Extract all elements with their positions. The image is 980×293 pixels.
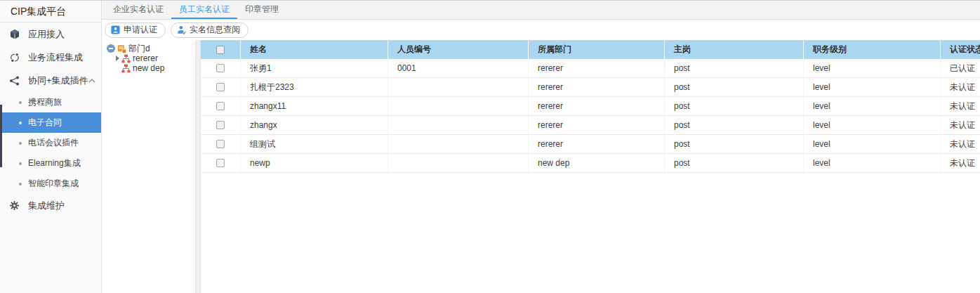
content-area: 部门d rererernew dep 姓名人员编号所属部门主岗职务级别认证状态 …	[102, 40, 980, 293]
realname-info-query-label: 实名信息查阅	[190, 24, 240, 36]
cell-level: level	[803, 78, 940, 96]
table-row[interactable]: 张勇10001rerererpostlevel已认证	[201, 59, 980, 78]
cell-post: post	[664, 59, 803, 77]
sidebar-item-6[interactable]: Elearning集成	[0, 153, 101, 174]
tree-node-1[interactable]: new dep	[116, 63, 195, 73]
gear-icon	[9, 200, 20, 211]
cell-status: 未认证	[940, 116, 980, 134]
table-row[interactable]: 组测试rerererpostlevel未认证	[201, 135, 980, 154]
sidebar-item-3[interactable]: 携程商旅	[0, 92, 101, 112]
row-checkbox[interactable]	[216, 121, 225, 129]
sidebar-item-2[interactable]: 协同+集成插件	[0, 69, 101, 92]
sidebar: CIP集成平台 应用接入业务流程集成协同+集成插件携程商旅电子合同电话会议插件E…	[0, 1, 102, 293]
sidebar-item-label: 协同+集成插件	[28, 74, 88, 87]
sidebar-item-label: 业务流程集成	[28, 51, 83, 64]
cell-code	[388, 135, 528, 153]
cell-status: 未认证	[940, 97, 980, 115]
header-checkbox-cell	[201, 40, 240, 59]
row-checkbox-cell	[201, 78, 240, 96]
chevron-up-icon[interactable]	[88, 79, 95, 83]
tree-node-0[interactable]: rererer	[116, 53, 195, 63]
cell-dept: rererer	[528, 97, 664, 115]
table-header-row: 姓名人员编号所属部门主岗职务级别认证状态	[201, 40, 980, 59]
row-checkbox-cell	[201, 97, 240, 115]
sidebar-item-label: 电话会议插件	[28, 137, 79, 149]
cell-post: post	[664, 116, 803, 134]
row-checkbox-cell	[201, 135, 240, 153]
sidebar-nav: 应用接入业务流程集成协同+集成插件携程商旅电子合同电话会议插件Elearning…	[0, 22, 101, 217]
cell-level: level	[803, 154, 940, 172]
table-row[interactable]: 扎根于2323rerererpostlevel未认证	[201, 78, 980, 97]
table-row[interactable]: zhangxrerererpostlevel未认证	[201, 116, 980, 135]
cell-level: level	[803, 116, 940, 134]
cell-code	[388, 154, 528, 172]
cell-post: post	[664, 135, 803, 153]
sidebar-item-label: Elearning集成	[28, 157, 81, 169]
sidebar-item-1[interactable]: 业务流程集成	[0, 46, 101, 69]
cell-status: 未认证	[940, 135, 980, 153]
cell-code	[388, 78, 528, 96]
tree-node-root[interactable]: 部门d	[107, 44, 195, 53]
sidebar-item-8[interactable]: 集成维护	[0, 194, 101, 217]
cell-code: 0001	[388, 59, 528, 77]
row-checkbox[interactable]	[216, 64, 225, 72]
cell-post: post	[664, 154, 803, 172]
select-all-checkbox[interactable]	[216, 46, 225, 54]
sidebar-item-label: 携程商旅	[28, 96, 62, 108]
cell-level: level	[803, 97, 940, 115]
department-root-icon	[117, 44, 126, 53]
tab-2[interactable]: 印章管理	[237, 1, 286, 19]
cell-code	[388, 116, 528, 134]
table-row[interactable]: newpnew deppostlevel未认证	[201, 154, 980, 173]
collapse-minus-icon[interactable]	[107, 44, 115, 53]
cell-post: post	[664, 78, 803, 96]
cell-name: 张勇1	[240, 59, 388, 77]
org-chart-icon	[121, 54, 131, 63]
row-checkbox-cell	[201, 59, 240, 77]
sidebar-scrollbar-thumb[interactable]	[0, 105, 2, 167]
share-icon	[9, 75, 20, 86]
apply-certification-label: 申请认证	[124, 24, 157, 36]
cell-dept: rererer	[528, 78, 664, 96]
cell-status: 未认证	[940, 78, 980, 96]
certificate-icon	[110, 25, 121, 35]
bullet-icon	[19, 122, 22, 124]
row-checkbox-cell	[201, 154, 240, 172]
column-header-5: 认证状态	[940, 40, 980, 59]
expand-arrow-icon[interactable]	[116, 56, 119, 61]
cell-name: 组测试	[240, 135, 388, 153]
bullet-icon	[19, 101, 22, 104]
realname-info-query-button[interactable]: 实名信息查阅	[171, 22, 249, 38]
row-checkbox[interactable]	[216, 83, 225, 91]
tab-bar: 企业实名认证员工实名认证印章管理	[102, 1, 980, 20]
flow-icon	[9, 52, 20, 63]
column-header-3: 主岗	[664, 40, 803, 59]
cell-post: post	[664, 97, 803, 115]
column-header-0: 姓名	[240, 40, 388, 59]
app-title: CIP集成平台	[0, 1, 101, 22]
row-checkbox[interactable]	[216, 159, 225, 167]
cell-name: 扎根于2323	[240, 78, 388, 96]
apply-certification-button[interactable]: 申请认证	[105, 22, 166, 38]
cell-code	[388, 97, 528, 115]
sidebar-item-5[interactable]: 电话会议插件	[0, 133, 101, 153]
cell-status: 已认证	[940, 59, 980, 77]
toolbar: 申请认证 实名信息查阅	[102, 20, 980, 40]
cell-name: zhangx	[240, 116, 388, 134]
sidebar-item-7[interactable]: 智能印章集成	[0, 174, 101, 194]
tab-1[interactable]: 员工实名认证	[171, 1, 237, 19]
bullet-icon	[19, 183, 22, 185]
tree-scrollbar-track[interactable]	[195, 40, 201, 293]
tab-0[interactable]: 企业实名认证	[105, 1, 171, 19]
cell-name: newp	[240, 154, 388, 172]
cell-level: level	[803, 59, 940, 77]
cell-dept: new dep	[528, 154, 664, 172]
row-checkbox[interactable]	[216, 102, 225, 110]
table-row[interactable]: zhangx11rerererpostlevel未认证	[201, 97, 980, 116]
sidebar-item-4[interactable]: 电子合同	[0, 112, 101, 133]
bullet-icon	[19, 142, 22, 145]
tree-node-root-label: 部门d	[128, 43, 150, 55]
sidebar-item-0[interactable]: 应用接入	[0, 22, 101, 46]
row-checkbox-cell	[201, 116, 240, 134]
row-checkbox[interactable]	[216, 140, 225, 148]
